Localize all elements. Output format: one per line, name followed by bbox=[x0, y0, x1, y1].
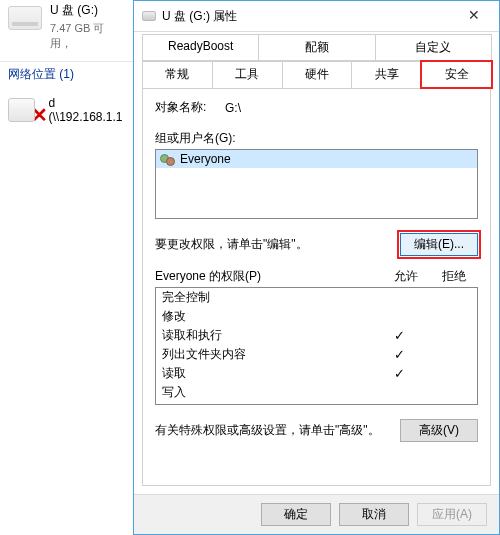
object-name-row: 对象名称: G:\ bbox=[155, 99, 478, 116]
permission-name: 修改 bbox=[162, 308, 375, 325]
permission-allow bbox=[375, 366, 423, 381]
advanced-row: 有关特殊权限或高级设置，请单击"高级"。 高级(V) bbox=[155, 419, 478, 442]
network-share-icon bbox=[8, 98, 35, 122]
permission-row: 读取 bbox=[156, 364, 477, 383]
tab-security[interactable]: 安全 bbox=[421, 61, 492, 88]
dialog-body: ReadyBoost 配额 自定义 常规 工具 硬件 共享 安全 对象名称: G… bbox=[134, 31, 499, 494]
tab-tools[interactable]: 工具 bbox=[212, 61, 283, 88]
tab-sharing[interactable]: 共享 bbox=[351, 61, 422, 88]
explorer-background: U 盘 (G:) 7.47 GB 可用， 网络位置 (1) ✕ d (\\192… bbox=[0, 0, 133, 535]
titlebar[interactable]: U 盘 (G:) 属性 ✕ bbox=[134, 1, 499, 31]
permission-name: 完全控制 bbox=[162, 289, 375, 306]
tab-quota[interactable]: 配额 bbox=[258, 34, 375, 60]
security-panel: 对象名称: G:\ 组或用户名(G): Everyone 要更改权限，请单击"编… bbox=[142, 89, 491, 486]
apply-button[interactable]: 应用(A) bbox=[417, 503, 487, 526]
permission-row: 写入 bbox=[156, 383, 477, 402]
permissions-header: Everyone 的权限(P) 允许 拒绝 bbox=[155, 268, 478, 285]
drive-item[interactable]: U 盘 (G:) 7.47 GB 可用， bbox=[0, 0, 133, 61]
permission-name: 读取和执行 bbox=[162, 327, 375, 344]
permission-row: 修改 bbox=[156, 307, 477, 326]
permission-allow bbox=[375, 347, 423, 362]
object-name-value: G:\ bbox=[225, 101, 478, 115]
edit-hint: 要更改权限，请单击"编辑"。 bbox=[155, 236, 400, 253]
edit-row: 要更改权限，请单击"编辑"。 编辑(E)... bbox=[155, 233, 478, 256]
principal-name: Everyone bbox=[180, 152, 231, 166]
tab-readyboost[interactable]: ReadyBoost bbox=[142, 34, 259, 60]
permission-row: 读取和执行 bbox=[156, 326, 477, 345]
ok-button[interactable]: 确定 bbox=[261, 503, 331, 526]
permission-name: 列出文件夹内容 bbox=[162, 346, 375, 363]
permission-allow bbox=[375, 328, 423, 343]
dialog-footer: 确定 取消 应用(A) bbox=[134, 494, 499, 534]
principal-item[interactable]: Everyone bbox=[156, 150, 477, 168]
permissions-title: Everyone 的权限(P) bbox=[155, 268, 382, 285]
drive-subtext: 7.47 GB 可用， bbox=[50, 21, 125, 51]
permission-row: 列出文件夹内容 bbox=[156, 345, 477, 364]
advanced-hint: 有关特殊权限或高级设置，请单击"高级"。 bbox=[155, 422, 400, 439]
permission-name: 读取 bbox=[162, 365, 375, 382]
groups-label: 组或用户名(G): bbox=[155, 130, 478, 147]
object-name-label: 对象名称: bbox=[155, 99, 225, 116]
tabs-row-2: 常规 工具 硬件 共享 安全 bbox=[142, 61, 491, 89]
permission-name: 写入 bbox=[162, 384, 375, 401]
network-share-item[interactable]: ✕ d (\\192.168.1.1 bbox=[0, 87, 133, 133]
deny-col: 拒绝 bbox=[430, 268, 478, 285]
tab-customize[interactable]: 自定义 bbox=[375, 34, 492, 60]
advanced-button[interactable]: 高级(V) bbox=[400, 419, 478, 442]
tab-hardware[interactable]: 硬件 bbox=[282, 61, 353, 88]
drive-label: U 盘 (G:) bbox=[50, 2, 125, 19]
network-share-label: d (\\192.168.1.1 bbox=[48, 96, 125, 124]
usb-drive-icon bbox=[8, 6, 42, 30]
cancel-button[interactable]: 取消 bbox=[339, 503, 409, 526]
properties-dialog: U 盘 (G:) 属性 ✕ ReadyBoost 配额 自定义 常规 工具 硬件… bbox=[133, 0, 500, 535]
close-button[interactable]: ✕ bbox=[457, 5, 491, 27]
tab-general[interactable]: 常规 bbox=[142, 61, 213, 88]
section-network-locations[interactable]: 网络位置 (1) bbox=[0, 61, 133, 87]
group-icon bbox=[160, 152, 176, 166]
edit-button[interactable]: 编辑(E)... bbox=[400, 233, 478, 256]
drive-icon bbox=[142, 11, 156, 21]
allow-col: 允许 bbox=[382, 268, 430, 285]
permissions-listbox[interactable]: 完全控制修改读取和执行列出文件夹内容读取写入 bbox=[155, 287, 478, 405]
tabs-row-1: ReadyBoost 配额 自定义 bbox=[142, 34, 491, 61]
permission-row: 完全控制 bbox=[156, 288, 477, 307]
principals-listbox[interactable]: Everyone bbox=[155, 149, 478, 219]
dialog-title: U 盘 (G:) 属性 bbox=[162, 8, 457, 25]
